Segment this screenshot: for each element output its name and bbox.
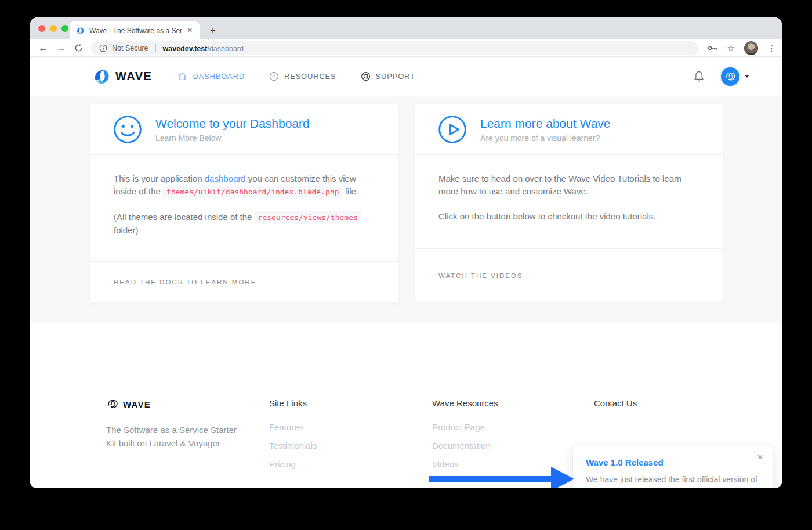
nav-item-resources[interactable]: RESOURCES xyxy=(269,71,336,81)
dashboard-link[interactable]: dashboard xyxy=(205,174,246,183)
url-divider xyxy=(155,44,156,52)
wave-avatar-icon xyxy=(724,71,736,82)
nav-item-label: RESOURCES xyxy=(284,72,336,81)
browser-toolbar: ← → Not Secure wavedev.test/dashboard xyxy=(30,39,782,57)
browser-tab[interactable]: Wave - The Software as a Serv ✕ xyxy=(70,21,200,39)
user-menu[interactable] xyxy=(720,66,749,87)
card-subtitle: Are you more of a visual learner? xyxy=(480,134,611,143)
welcome-card: Welcome to your Dashboard Learn More Bel… xyxy=(90,104,398,302)
user-avatar xyxy=(720,66,741,87)
tab-close-icon[interactable]: ✕ xyxy=(186,27,194,34)
back-icon[interactable]: ← xyxy=(38,43,48,53)
watch-videos-button[interactable]: WATCH THE VIDEOS xyxy=(438,272,523,279)
minimize-window-button[interactable] xyxy=(50,25,57,32)
footer-link-pricing[interactable]: Pricing xyxy=(269,459,432,469)
browser-menu-icon[interactable]: ⋮ xyxy=(767,43,776,53)
password-key-icon[interactable] xyxy=(708,45,718,52)
card-subtitle: Learn More Below xyxy=(155,134,310,143)
zoom-window-button[interactable] xyxy=(61,25,68,32)
info-icon[interactable] xyxy=(99,44,107,52)
wave-outline-logo-icon xyxy=(106,398,119,410)
close-window-button[interactable] xyxy=(38,25,45,32)
code-path: resources/views/themes xyxy=(255,211,361,223)
footer-link-videos[interactable]: Videos xyxy=(432,459,594,469)
tab-title: Wave - The Software as a Serv xyxy=(89,27,182,35)
footer-tagline: The Software as a Service Starter Kit bu… xyxy=(106,423,240,450)
card-body: This is your application dashboard you c… xyxy=(90,155,398,261)
wave-logo-icon xyxy=(92,68,111,85)
nav-item-label: SUPPORT xyxy=(376,72,415,81)
notification-title: Wave 1.0 Released xyxy=(586,457,760,467)
browser-profile-avatar[interactable] xyxy=(744,41,758,55)
url-domain: wavedev.test xyxy=(163,45,208,53)
notification-close-icon[interactable]: ✕ xyxy=(757,453,763,462)
browser-tab-strip: Wave - The Software as a Serv ✕ + xyxy=(30,17,782,39)
body-text: folder) xyxy=(114,225,139,235)
body-text: Click on the button below to checkout th… xyxy=(438,211,655,221)
url-bar[interactable]: Not Secure wavedev.test/dashboard xyxy=(91,41,698,55)
notifications-bell-icon[interactable] xyxy=(693,70,705,83)
body-text: This is your application xyxy=(114,174,205,183)
card-title: Welcome to your Dashboard xyxy=(155,116,310,131)
footer-column-header: Site Links xyxy=(269,398,432,408)
footer-link-testimonials[interactable]: Testimonials xyxy=(269,441,432,450)
body-text: (All themes are located inside of the xyxy=(114,212,255,222)
url-path: /dashboard xyxy=(207,45,244,53)
wave-logo[interactable]: WAVE xyxy=(92,68,152,85)
release-notification: Wave 1.0 Released ✕ We have just release… xyxy=(573,446,773,488)
body-text: file. xyxy=(342,186,358,196)
bookmark-star-icon[interactable]: ☆ xyxy=(727,43,735,53)
body-text: Make sure to head on over to the Wave Vi… xyxy=(438,174,682,196)
window-controls xyxy=(38,25,68,32)
nav-item-support[interactable]: SUPPORT xyxy=(361,71,415,81)
card-body: Make sure to head on over to the Wave Vi… xyxy=(415,155,723,248)
footer-column-site-links: Site Links Features Testimonials Pricing xyxy=(269,398,432,478)
play-circle-icon xyxy=(437,114,467,145)
card-title: Learn more about Wave xyxy=(480,116,611,131)
new-tab-button[interactable]: + xyxy=(205,23,220,38)
read-docs-button[interactable]: READ THE DOCS TO LEARN MORE xyxy=(114,279,256,286)
dashboard-main: Welcome to your Dashboard Learn More Bel… xyxy=(30,96,782,323)
reload-icon[interactable] xyxy=(74,44,83,52)
footer-column-wave-resources: Wave Resources Product Page Documentatio… xyxy=(432,398,594,478)
footer-logo: WAVE xyxy=(106,398,269,410)
forward-icon[interactable]: → xyxy=(56,43,66,53)
code-path: themes/uikit/dashboard/index.blade.php xyxy=(163,186,342,198)
smiley-icon xyxy=(113,114,143,145)
browser-window: Wave - The Software as a Serv ✕ + ← → No… xyxy=(30,17,782,488)
footer-brand-column: WAVE The Software as a Service Starter K… xyxy=(106,398,269,478)
lifebuoy-icon xyxy=(361,71,371,81)
home-icon xyxy=(177,71,187,81)
footer-column-header: Contact Us xyxy=(594,398,637,408)
learn-more-card: Learn more about Wave Are you more of a … xyxy=(415,104,723,302)
wave-favicon-icon xyxy=(75,26,85,35)
footer-link-documentation[interactable]: Documentation xyxy=(432,441,594,450)
footer-link-features[interactable]: Features xyxy=(269,422,432,432)
notification-body: We have just released the first official… xyxy=(586,474,760,488)
security-status: Not Secure xyxy=(112,44,148,52)
caret-down-icon xyxy=(745,75,749,78)
nav-item-label: DASHBOARD xyxy=(193,72,245,81)
nav-item-dashboard[interactable]: DASHBOARD xyxy=(177,71,245,81)
footer-column-header: Wave Resources xyxy=(432,398,594,408)
app-navbar: WAVE DASHBOARD RESOURCES xyxy=(30,57,782,96)
info-circle-icon xyxy=(269,71,279,81)
page-content: WAVE DASHBOARD RESOURCES xyxy=(30,57,782,488)
footer-link-product-page[interactable]: Product Page xyxy=(432,422,594,432)
footer-brand-text: WAVE xyxy=(123,399,151,409)
wave-brand-text: WAVE xyxy=(115,70,152,83)
